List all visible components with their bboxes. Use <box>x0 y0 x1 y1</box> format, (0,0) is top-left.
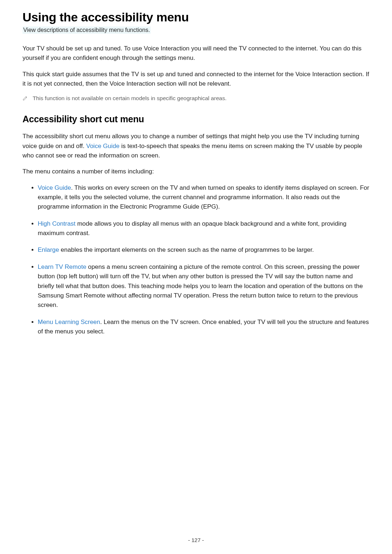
section-heading: Accessibility short cut menu <box>23 114 369 124</box>
feature-name: Menu Learning Screen <box>38 319 100 325</box>
page-title: Using the accessibility menu <box>23 10 369 24</box>
pencil-icon <box>23 96 28 102</box>
feature-voice-guide-inline: Voice Guide <box>86 143 120 149</box>
feature-list: Voice Guide. This works on every screen … <box>23 183 369 336</box>
list-item: Enlarge enables the important elements o… <box>38 245 369 255</box>
list-item: Menu Learning Screen. Learn the menus on… <box>38 317 369 337</box>
note-row: This function is not available on certai… <box>23 95 369 102</box>
feature-name: Voice Guide <box>38 184 71 191</box>
feature-desc: mode allows you to display all menus wit… <box>38 220 347 237</box>
subtitle-text: View descriptions of accessibility menu … <box>23 27 150 33</box>
list-lead-in: The menu contains a number of items incl… <box>23 167 369 176</box>
feature-name: Learn TV Remote <box>38 263 86 270</box>
feature-name: High Contrast <box>38 220 75 227</box>
note-text: This function is not available on certai… <box>33 95 226 102</box>
feature-desc: . This works on every screen on the TV a… <box>38 184 369 210</box>
section-description: The accessibility short cut menu allows … <box>23 132 369 160</box>
list-item: Learn TV Remote opens a menu screen cont… <box>38 262 369 310</box>
list-item: High Contrast mode allows you to display… <box>38 219 369 238</box>
intro-paragraph-2: This quick start guide assumes that the … <box>23 70 369 89</box>
subtitle-highlight: View descriptions of accessibility menu … <box>23 26 151 34</box>
feature-desc: opens a menu screen containing a picture… <box>38 263 363 308</box>
page-number: - 127 - <box>0 537 392 543</box>
feature-desc: enables the important elements on the sc… <box>59 246 314 253</box>
intro-paragraph-1: Your TV should be set up and tuned. To u… <box>23 44 369 63</box>
feature-name: Enlarge <box>38 246 59 253</box>
list-item: Voice Guide. This works on every screen … <box>38 183 369 212</box>
